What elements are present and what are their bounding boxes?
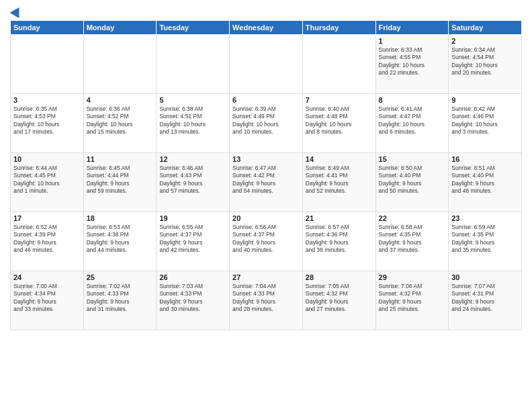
day-number: 20 (232, 214, 300, 222)
day-info: Sunrise: 6:57 AM Sunset: 4:36 PM Dayligh… (306, 224, 373, 255)
calendar-cell: 19Sunrise: 6:55 AM Sunset: 4:37 PM Dayli… (157, 212, 230, 271)
calendar-cell: 6Sunrise: 6:39 AM Sunset: 4:49 PM Daylig… (230, 94, 303, 153)
day-number: 21 (306, 214, 373, 222)
calendar-cell (157, 35, 230, 94)
day-info: Sunrise: 6:46 AM Sunset: 4:43 PM Dayligh… (159, 165, 226, 195)
calendar-cell: 15Sunrise: 6:50 AM Sunset: 4:40 PM Dayli… (375, 153, 449, 212)
logo (10, 7, 22, 16)
calendar-cell: 25Sunrise: 7:02 AM Sunset: 4:33 PM Dayli… (83, 271, 157, 330)
calendar-cell: 5Sunrise: 6:38 AM Sunset: 4:51 PM Daylig… (157, 94, 230, 153)
day-info: Sunrise: 7:06 AM Sunset: 4:32 PM Dayligh… (379, 283, 446, 314)
day-info: Sunrise: 6:39 AM Sunset: 4:49 PM Dayligh… (232, 105, 300, 136)
calendar-cell: 1Sunrise: 6:33 AM Sunset: 4:55 PM Daylig… (375, 35, 449, 94)
day-info: Sunrise: 6:56 AM Sunset: 4:37 PM Dayligh… (232, 224, 300, 255)
day-number: 15 (379, 155, 446, 163)
day-info: Sunrise: 6:50 AM Sunset: 4:40 PM Dayligh… (379, 165, 446, 195)
calendar-cell: 13Sunrise: 6:47 AM Sunset: 4:42 PM Dayli… (230, 153, 303, 212)
calendar-week-1: 1Sunrise: 6:33 AM Sunset: 4:55 PM Daylig… (11, 35, 522, 94)
calendar-week-3: 10Sunrise: 6:44 AM Sunset: 4:45 PM Dayli… (11, 153, 522, 212)
day-number: 22 (379, 214, 446, 222)
calendar-cell: 30Sunrise: 7:07 AM Sunset: 4:31 PM Dayli… (449, 271, 522, 330)
calendar-week-4: 17Sunrise: 6:52 AM Sunset: 4:39 PM Dayli… (11, 212, 522, 271)
calendar-week-2: 3Sunrise: 6:35 AM Sunset: 4:53 PM Daylig… (11, 94, 522, 153)
calendar-cell: 18Sunrise: 6:53 AM Sunset: 4:38 PM Dayli… (83, 212, 157, 271)
day-info: Sunrise: 6:42 AM Sunset: 4:46 PM Dayligh… (451, 105, 519, 136)
calendar-header-wednesday: Wednesday (230, 21, 303, 35)
calendar-cell: 4Sunrise: 6:36 AM Sunset: 4:52 PM Daylig… (83, 94, 157, 153)
calendar-header-saturday: Saturday (449, 21, 522, 35)
calendar-cell: 23Sunrise: 6:59 AM Sunset: 4:35 PM Dayli… (449, 212, 522, 271)
day-info: Sunrise: 7:03 AM Sunset: 4:33 PM Dayligh… (159, 283, 226, 314)
day-number: 8 (379, 96, 446, 104)
day-info: Sunrise: 6:58 AM Sunset: 4:35 PM Dayligh… (379, 224, 446, 255)
calendar-header-row: SundayMondayTuesdayWednesdayThursdayFrid… (11, 21, 522, 35)
day-info: Sunrise: 7:02 AM Sunset: 4:33 PM Dayligh… (87, 283, 154, 314)
day-number: 16 (451, 155, 519, 163)
day-info: Sunrise: 6:49 AM Sunset: 4:41 PM Dayligh… (306, 165, 373, 195)
logo-triangle-icon (10, 5, 24, 18)
day-number: 13 (232, 155, 300, 163)
calendar-cell: 10Sunrise: 6:44 AM Sunset: 4:45 PM Dayli… (11, 153, 84, 212)
calendar-cell: 27Sunrise: 7:04 AM Sunset: 4:33 PM Dayli… (230, 271, 303, 330)
day-number: 5 (159, 96, 226, 104)
page-header (10, 7, 522, 16)
calendar-table: SundayMondayTuesdayWednesdayThursdayFrid… (10, 20, 522, 330)
day-number: 17 (13, 214, 81, 222)
calendar-cell (230, 35, 303, 94)
day-info: Sunrise: 6:51 AM Sunset: 4:40 PM Dayligh… (451, 165, 519, 195)
day-number: 6 (232, 96, 300, 104)
calendar-cell: 22Sunrise: 6:58 AM Sunset: 4:35 PM Dayli… (375, 212, 449, 271)
day-number: 12 (159, 155, 226, 163)
day-info: Sunrise: 6:33 AM Sunset: 4:55 PM Dayligh… (379, 46, 446, 77)
day-info: Sunrise: 6:47 AM Sunset: 4:42 PM Dayligh… (232, 165, 300, 195)
day-number: 9 (451, 96, 519, 104)
calendar-cell: 24Sunrise: 7:00 AM Sunset: 4:34 PM Dayli… (11, 271, 84, 330)
day-number: 25 (87, 273, 154, 281)
calendar-cell: 14Sunrise: 6:49 AM Sunset: 4:41 PM Dayli… (302, 153, 375, 212)
calendar-cell: 20Sunrise: 6:56 AM Sunset: 4:37 PM Dayli… (230, 212, 303, 271)
day-number: 1 (379, 37, 446, 45)
day-number: 2 (451, 37, 519, 45)
day-info: Sunrise: 7:00 AM Sunset: 4:34 PM Dayligh… (13, 283, 81, 314)
day-number: 26 (159, 273, 226, 281)
day-number: 7 (306, 96, 373, 104)
day-info: Sunrise: 6:55 AM Sunset: 4:37 PM Dayligh… (159, 224, 226, 255)
calendar-cell: 11Sunrise: 6:45 AM Sunset: 4:44 PM Dayli… (83, 153, 157, 212)
calendar-week-5: 24Sunrise: 7:00 AM Sunset: 4:34 PM Dayli… (11, 271, 522, 330)
day-number: 28 (306, 273, 373, 281)
day-info: Sunrise: 6:53 AM Sunset: 4:38 PM Dayligh… (87, 224, 154, 255)
calendar-header-thursday: Thursday (302, 21, 375, 35)
day-number: 14 (306, 155, 373, 163)
day-info: Sunrise: 7:07 AM Sunset: 4:31 PM Dayligh… (451, 283, 519, 314)
calendar-cell: 9Sunrise: 6:42 AM Sunset: 4:46 PM Daylig… (449, 94, 522, 153)
calendar-cell: 3Sunrise: 6:35 AM Sunset: 4:53 PM Daylig… (11, 94, 84, 153)
day-number: 19 (159, 214, 226, 222)
calendar-cell: 12Sunrise: 6:46 AM Sunset: 4:43 PM Dayli… (157, 153, 230, 212)
day-info: Sunrise: 6:36 AM Sunset: 4:52 PM Dayligh… (87, 105, 154, 136)
calendar-cell: 2Sunrise: 6:34 AM Sunset: 4:54 PM Daylig… (449, 35, 522, 94)
day-info: Sunrise: 7:05 AM Sunset: 4:32 PM Dayligh… (306, 283, 373, 314)
day-number: 27 (232, 273, 300, 281)
calendar-cell (302, 35, 375, 94)
calendar-cell: 21Sunrise: 6:57 AM Sunset: 4:36 PM Dayli… (302, 212, 375, 271)
day-number: 10 (13, 155, 81, 163)
day-number: 11 (87, 155, 154, 163)
calendar-cell: 28Sunrise: 7:05 AM Sunset: 4:32 PM Dayli… (302, 271, 375, 330)
calendar-cell: 8Sunrise: 6:41 AM Sunset: 4:47 PM Daylig… (375, 94, 449, 153)
day-number: 24 (13, 273, 81, 281)
day-info: Sunrise: 6:44 AM Sunset: 4:45 PM Dayligh… (13, 165, 81, 195)
day-info: Sunrise: 6:59 AM Sunset: 4:35 PM Dayligh… (451, 224, 519, 255)
page-container: SundayMondayTuesdayWednesdayThursdayFrid… (0, 0, 532, 334)
calendar-cell: 7Sunrise: 6:40 AM Sunset: 4:48 PM Daylig… (302, 94, 375, 153)
day-number: 30 (451, 273, 519, 281)
day-number: 4 (87, 96, 154, 104)
calendar-header-friday: Friday (375, 21, 449, 35)
day-info: Sunrise: 6:38 AM Sunset: 4:51 PM Dayligh… (159, 105, 226, 136)
day-info: Sunrise: 6:34 AM Sunset: 4:54 PM Dayligh… (451, 46, 519, 77)
day-info: Sunrise: 6:35 AM Sunset: 4:53 PM Dayligh… (13, 105, 81, 136)
calendar-header-monday: Monday (83, 21, 157, 35)
day-info: Sunrise: 6:52 AM Sunset: 4:39 PM Dayligh… (13, 224, 81, 255)
day-number: 3 (13, 96, 81, 104)
day-info: Sunrise: 6:40 AM Sunset: 4:48 PM Dayligh… (306, 105, 373, 136)
day-number: 29 (379, 273, 446, 281)
